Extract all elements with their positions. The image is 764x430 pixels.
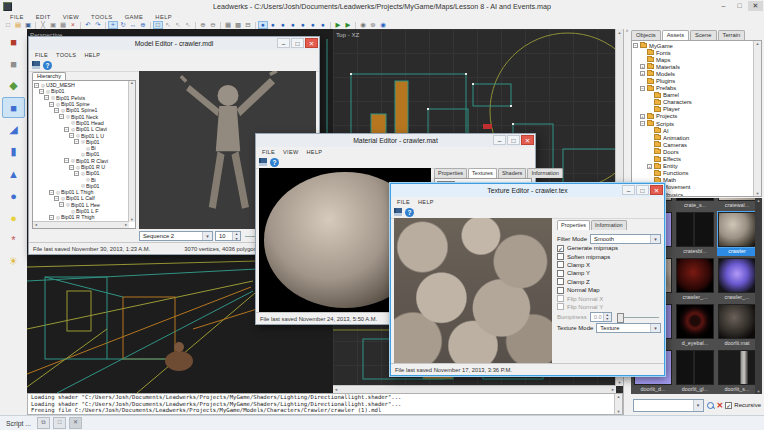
- script-tab[interactable]: Script ...: [6, 420, 31, 427]
- grid-size-icon[interactable]: ▩: [233, 21, 243, 29]
- sphere-gizmo-tool-icon[interactable]: ⊕: [138, 21, 148, 29]
- asset-thumbnail[interactable]: doorlit.mat: [717, 304, 757, 348]
- paste-icon[interactable]: ▦: [58, 21, 68, 29]
- grid-snap-icon[interactable]: ▦: [223, 21, 233, 29]
- expander-icon[interactable]: −: [640, 121, 645, 126]
- select-tool-icon[interactable]: □: [153, 21, 163, 29]
- model-minimize-button[interactable]: –: [277, 38, 290, 48]
- asset-folder[interactable]: −Scripts: [633, 120, 761, 127]
- expander-icon[interactable]: −: [59, 114, 64, 119]
- view-axis-5-icon[interactable]: ●: [298, 21, 308, 29]
- asset-folder[interactable]: Cameras: [633, 141, 761, 148]
- expander-icon[interactable]: +: [647, 164, 652, 169]
- expander-icon[interactable]: +: [640, 71, 645, 76]
- menu-view[interactable]: VIEW: [57, 14, 85, 20]
- csg-box-gray-button[interactable]: ■: [2, 53, 25, 74]
- asset-folder[interactable]: Barrel: [633, 92, 761, 99]
- expander-icon[interactable]: −: [633, 43, 638, 48]
- model-close-button[interactable]: ✕: [305, 38, 318, 48]
- debug-game-icon[interactable]: ▶: [343, 21, 353, 29]
- panel-tab-objects[interactable]: Objects: [631, 30, 661, 40]
- asset-folder[interactable]: Functions: [633, 170, 761, 177]
- zoom-out-icon[interactable]: ⊖: [208, 21, 218, 29]
- copy-icon[interactable]: ▣: [48, 21, 58, 29]
- recursive-checkbox[interactable]: ✓: [725, 402, 732, 409]
- texture-close-button[interactable]: ✕: [650, 185, 663, 195]
- material-tab-properties[interactable]: Properties: [434, 168, 467, 178]
- asset-thumbnail[interactable]: crawler: [717, 212, 757, 256]
- expander-icon[interactable]: −: [49, 102, 54, 107]
- bumpiness-slider[interactable]: [615, 312, 661, 322]
- save-icon[interactable]: [259, 158, 267, 166]
- flip-normal-x-checkbox[interactable]: [557, 295, 564, 302]
- material-menu-help[interactable]: HELP: [303, 149, 327, 155]
- collapse-icon[interactable]: ⊟: [243, 21, 253, 29]
- asset-folder[interactable]: Animation: [633, 134, 761, 141]
- panel-tab-scene[interactable]: Scene: [690, 30, 716, 40]
- script-restore-icon[interactable]: □: [53, 417, 66, 429]
- model-menu-file[interactable]: FILE: [31, 52, 52, 58]
- asset-folder[interactable]: Player: [633, 106, 761, 113]
- model-menu-help[interactable]: HELP: [80, 52, 104, 58]
- expander-icon[interactable]: −: [74, 171, 79, 176]
- help-icon[interactable]: ?: [270, 158, 279, 167]
- texture-menu-help[interactable]: HELP: [414, 199, 438, 205]
- model-editor-titlebar[interactable]: Model Editor - crawler.mdl – □ ✕: [29, 37, 319, 50]
- asset-folder[interactable]: −Prefabs: [633, 85, 761, 92]
- asset-thumbnail[interactable]: crate_s...: [675, 198, 715, 210]
- asset-folder[interactable]: Characters: [633, 99, 761, 106]
- asset-thumbnail[interactable]: cratesbl...: [675, 212, 715, 256]
- panel-tab-assets[interactable]: Assets: [662, 30, 689, 40]
- hierarchy-tab[interactable]: Hierarchy: [32, 72, 66, 80]
- material-editor-titlebar[interactable]: Material Editor - crawler.mat – □ ✕: [256, 134, 535, 147]
- asset-thumbnail[interactable]: d_eyebal...: [675, 304, 715, 348]
- cut-icon[interactable]: ╳: [38, 21, 48, 29]
- clamp-z-checkbox[interactable]: [557, 278, 564, 285]
- open-icon[interactable]: ▤: [13, 21, 23, 29]
- asset-folder[interactable]: +Models: [633, 70, 761, 77]
- material-menu-file[interactable]: FILE: [258, 149, 279, 155]
- asset-thumbnail[interactable]: doorlit_s...: [717, 350, 757, 394]
- minimize-button[interactable]: –: [716, 1, 731, 11]
- maximize-button[interactable]: □: [732, 1, 747, 11]
- hierarchy-vscrollbar[interactable]: ▲▼: [128, 81, 135, 222]
- asset-thumbnail[interactable]: doorlit_gl...: [675, 350, 715, 394]
- terrain-tool-button[interactable]: ◆: [2, 75, 25, 96]
- directional-light-button[interactable]: ☀: [2, 251, 25, 272]
- save-icon[interactable]: [394, 208, 402, 216]
- expander-icon[interactable]: −: [44, 95, 49, 100]
- frame-stepper[interactable]: 10▲▼: [215, 231, 241, 241]
- search-input[interactable]: ▾: [633, 399, 704, 412]
- sequence-select[interactable]: Sequence 2▾: [139, 231, 213, 241]
- expander-icon[interactable]: −: [69, 165, 74, 170]
- menu-tools[interactable]: TOOLS: [85, 14, 119, 20]
- material-menu-view[interactable]: VIEW: [279, 149, 303, 155]
- asset-thumbnail[interactable]: cratewal...: [717, 198, 757, 210]
- help-icon[interactable]: ?: [43, 61, 52, 70]
- move-tool-icon[interactable]: +: [108, 21, 118, 29]
- pointer-tool-1-icon[interactable]: ↖: [163, 21, 173, 29]
- expander-icon[interactable]: −: [54, 108, 59, 113]
- help-icon[interactable]: ?: [405, 208, 414, 217]
- close-button[interactable]: ✕: [748, 1, 763, 11]
- asset-folder[interactable]: Maps: [633, 56, 761, 63]
- search-dropdown-icon[interactable]: ▾: [693, 400, 703, 411]
- clamp-x-checkbox[interactable]: [557, 261, 564, 268]
- script-close-icon[interactable]: ✕: [69, 417, 82, 429]
- view-axis-4-icon[interactable]: ●: [288, 21, 298, 29]
- view-axis-6-icon[interactable]: ●: [308, 21, 318, 29]
- box-brush-button[interactable]: ■: [2, 97, 25, 118]
- texture-editor-window[interactable]: Texture Editor - crawler.tex – □ ✕ FILEH…: [390, 183, 665, 376]
- redo-icon[interactable]: ↷: [93, 21, 103, 29]
- expander-icon[interactable]: −: [39, 89, 44, 94]
- view-axis-1-icon[interactable]: ●: [258, 21, 268, 29]
- pointer-tool-3-icon[interactable]: ↖: [183, 21, 193, 29]
- menu-file[interactable]: FILE: [4, 14, 30, 20]
- material-close-button[interactable]: ✕: [521, 135, 534, 145]
- texture-maximize-button[interactable]: □: [636, 185, 649, 195]
- console-scrollbar[interactable]: ▲▼: [614, 394, 622, 414]
- cylinder-brush-button[interactable]: ▮: [2, 141, 25, 162]
- cone-brush-button[interactable]: ▲: [2, 163, 25, 184]
- material-tab-shaders[interactable]: Shaders: [498, 168, 527, 178]
- material-maximize-button[interactable]: □: [507, 135, 520, 145]
